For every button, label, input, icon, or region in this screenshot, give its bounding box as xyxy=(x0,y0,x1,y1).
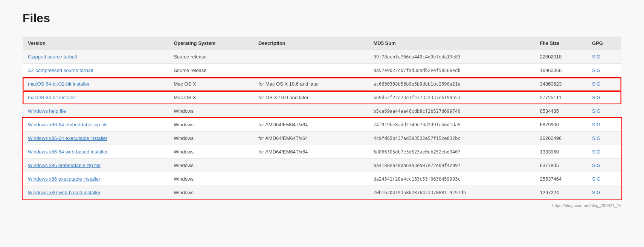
table-row: macOS 64-bit/32-bit installerMac OS Xfor… xyxy=(23,77,621,91)
col-filesize: File Size xyxy=(534,37,587,50)
version-link[interactable]: macOS 64-bit/32-bit installer xyxy=(28,81,90,87)
gpg-cell: SIG xyxy=(587,186,621,199)
sig-link[interactable]: SIG xyxy=(592,54,600,60)
version-cell: Gzipped source tarball xyxy=(23,50,168,64)
md5-cell: 4c9fd65b437ad393532e57f15ce832bc xyxy=(368,132,535,145)
version-link[interactable]: Windows help file xyxy=(28,108,66,114)
md5-cell: 74f919be8add2749e73d2d91eb6d1da5 xyxy=(368,118,535,132)
version-cell: XZ compressed source tarball xyxy=(23,64,168,77)
col-md5: MD5 Sum xyxy=(368,37,535,50)
description-cell: for OS X 10.9 and later xyxy=(253,91,368,104)
filesize-cell: 8534435 xyxy=(534,104,587,118)
gpg-cell: SIG xyxy=(587,64,621,77)
table-row: Windows help fileWindowsb5ca69aa44aa46cd… xyxy=(23,104,621,118)
version-cell: Windows x86-64 embeddable zip file xyxy=(23,118,168,132)
files-table: Version Operating System Description MD5… xyxy=(23,37,621,199)
description-cell xyxy=(253,104,368,118)
gpg-cell: SIG xyxy=(587,172,621,186)
description-cell xyxy=(253,64,368,77)
os-cell: Mac OS X xyxy=(168,77,253,91)
version-cell: Windows x86-64 web-based installer xyxy=(23,145,168,159)
os-cell: Windows xyxy=(168,132,253,145)
os-cell: Windows xyxy=(168,159,253,172)
version-link[interactable]: Windows x86 executable installer xyxy=(28,176,100,182)
sig-link[interactable]: SIG xyxy=(592,163,600,168)
os-cell: Mac OS X xyxy=(168,91,253,104)
footer-url: https://blog.csdn.net/blog_200821_10 xyxy=(23,203,621,208)
sig-link[interactable]: SIG xyxy=(592,95,600,100)
version-link[interactable]: Windows x86-64 web-based installer xyxy=(28,149,108,155)
gpg-cell: SIG xyxy=(587,91,621,104)
page-title: Files xyxy=(23,11,621,25)
table-row: Gzipped source tarballSource release99f7… xyxy=(23,50,621,64)
table-row: Windows x86-64 web-based installerWindow… xyxy=(23,145,621,159)
sig-link[interactable]: SIG xyxy=(592,176,600,182)
version-link[interactable]: Windows x86 web-based installer xyxy=(28,190,101,195)
md5-cell: ac6630338b53b9e5b9dbb1bc2390a21e xyxy=(368,77,535,91)
version-cell: Windows x86 web-based installer xyxy=(23,186,168,199)
description-cell xyxy=(253,172,368,186)
os-cell: Windows xyxy=(168,172,253,186)
sig-link[interactable]: SIG xyxy=(592,190,600,195)
md5-cell: aa4188ea480a64a3ea87e72e09f4c097 xyxy=(368,159,535,172)
gpg-cell: SIG xyxy=(587,77,621,91)
table-row: macOS 64-bit installerMac OS Xfor OS X 1… xyxy=(23,91,621,104)
table-row: XZ compressed source tarballSource relea… xyxy=(23,64,621,77)
filesize-cell: 34360623 xyxy=(534,77,587,91)
filesize-cell: 25537464 xyxy=(534,172,587,186)
version-cell: macOS 64-bit/32-bit installer xyxy=(23,77,168,91)
sig-link[interactable]: SIG xyxy=(592,108,600,114)
filesize-cell: 6377805 xyxy=(534,159,587,172)
version-cell: Windows x86 embeddable zip file xyxy=(23,159,168,172)
table-row: Windows x86-64 executable installerWindo… xyxy=(23,132,621,145)
gpg-cell: SIG xyxy=(587,104,621,118)
md5-cell: da24541f28e4cc133c53f0638459993c xyxy=(368,172,535,186)
filesize-cell: 16960060 xyxy=(534,64,587,77)
os-cell: Windows xyxy=(168,186,253,199)
sig-link[interactable]: SIG xyxy=(592,149,600,155)
md5-cell: 20b163041935862876433370881 9c97db xyxy=(368,186,535,199)
version-link[interactable]: Windows x86 embeddable zip file xyxy=(28,163,101,168)
version-link[interactable]: Windows x86-64 executable installer xyxy=(28,135,107,141)
table-row: Windows x86 executable installerWindowsd… xyxy=(23,172,621,186)
version-cell: macOS 64-bit installer xyxy=(23,91,168,104)
col-gpg: GPG xyxy=(587,37,621,50)
md5-cell: b5ca69aa44aa46cdb8cf2b527d699740 xyxy=(368,104,535,118)
table-header: Version Operating System Description MD5… xyxy=(23,37,621,50)
md5-cell: 0a57e9022c07fad3dadb2eef58568edb xyxy=(368,64,535,77)
description-cell xyxy=(253,159,368,172)
col-description: Description xyxy=(253,37,368,50)
version-link[interactable]: Windows x86-64 embeddable zip file xyxy=(28,122,108,127)
sig-link[interactable]: SIG xyxy=(592,68,600,73)
description-cell xyxy=(253,186,368,199)
col-version: Version xyxy=(23,37,168,50)
filesize-cell: 26260496 xyxy=(534,132,587,145)
version-cell: Windows x86-64 executable installer xyxy=(23,132,168,145)
filesize-cell: 6879900 xyxy=(534,118,587,132)
table-body: Gzipped source tarballSource release99f7… xyxy=(23,50,621,199)
filesize-cell: 27725111 xyxy=(534,91,587,104)
files-table-container: Version Operating System Description MD5… xyxy=(23,37,621,199)
table-row: Windows x86 embeddable zip fileWindowsaa… xyxy=(23,159,621,172)
os-cell: Source release xyxy=(168,50,253,64)
description-cell: for Mac OS X 10.6 and later xyxy=(253,77,368,91)
version-cell: Windows help file xyxy=(23,104,168,118)
version-link[interactable]: XZ compressed source tarball xyxy=(28,68,93,73)
sig-link[interactable]: SIG xyxy=(592,122,600,127)
sig-link[interactable]: SIG xyxy=(592,135,600,141)
gpg-cell: SIG xyxy=(587,145,621,159)
gpg-cell: SIG xyxy=(587,118,621,132)
gpg-cell: SIG xyxy=(587,132,621,145)
gpg-cell: SIG xyxy=(587,50,621,64)
version-link[interactable]: macOS 64-bit installer xyxy=(28,95,76,100)
filesize-cell: 1297224 xyxy=(534,186,587,199)
version-link[interactable]: Gzipped source tarball xyxy=(28,54,77,60)
sig-link[interactable]: SIG xyxy=(592,81,600,87)
col-os: Operating System xyxy=(168,37,253,50)
description-cell: for AMD64/EM64T/x64 xyxy=(253,132,368,145)
md5-cell: 99f78ecbfc766ea449c4d9e7eda19e83 xyxy=(368,50,535,64)
gpg-cell: SIG xyxy=(587,159,621,172)
description-cell xyxy=(253,50,368,64)
filesize-cell: 22802018 xyxy=(534,50,587,64)
os-cell: Windows xyxy=(168,118,253,132)
